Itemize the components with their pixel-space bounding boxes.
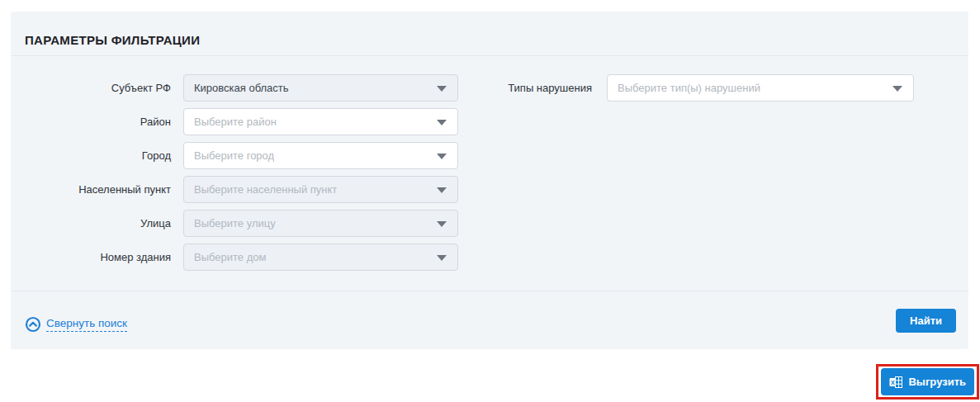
- street-placeholder: Выберите улицу: [194, 217, 276, 229]
- panel-title: ПАРАМЕТРЫ ФИЛЬТРАЦИИ: [25, 33, 200, 47]
- chevron-down-icon: [437, 154, 447, 159]
- building-number-placeholder: Выберите дом: [194, 251, 266, 263]
- chevron-down-icon: [892, 86, 902, 92]
- chevron-down-icon: [437, 255, 447, 261]
- city-label: Город: [11, 142, 171, 169]
- district-placeholder: Выберите район: [194, 116, 277, 128]
- chevron-down-icon: [437, 187, 447, 193]
- settlement-label: Населенный пункт: [11, 176, 171, 203]
- excel-icon: x: [889, 376, 903, 389]
- chevron-down-icon: [437, 221, 447, 227]
- district-select[interactable]: Выберите район: [183, 108, 458, 135]
- footer-divider: [11, 291, 968, 291]
- header-divider: [11, 55, 968, 56]
- violation-types-label: Типы нарушения: [427, 74, 592, 102]
- export-button[interactable]: x Выгрузить: [881, 368, 974, 395]
- export-highlight-box: x Выгрузить: [876, 364, 979, 400]
- violation-types-placeholder: Выберите тип(ы) нарушений: [618, 82, 760, 94]
- settlement-select[interactable]: Выберите населенный пункт: [183, 176, 458, 203]
- collapse-search-link[interactable]: Свернуть поиск: [25, 316, 127, 333]
- street-label: Улица: [11, 210, 171, 237]
- city-select[interactable]: Выберите город: [183, 142, 458, 169]
- city-placeholder: Выберите город: [194, 149, 274, 162]
- chevron-down-icon: [437, 120, 447, 125]
- filter-row-street: Улица Выберите улицу: [11, 210, 968, 237]
- export-button-label: Выгрузить: [908, 376, 966, 388]
- chevron-up-circle-icon: [25, 316, 41, 333]
- filter-row-settlement: Населенный пункт Выберите населенный пун…: [11, 176, 968, 203]
- district-label: Район: [11, 108, 171, 135]
- filter-panel: ПАРАМЕТРЫ ФИЛЬТРАЦИИ Субъект РФ Кировска…: [11, 12, 968, 349]
- filter-row-building: Номер здания Выберите дом: [11, 244, 968, 271]
- filter-row-city: Город Выберите город: [11, 142, 968, 169]
- violation-types-select[interactable]: Выберите тип(ы) нарушений: [607, 74, 914, 102]
- filter-row-violation-types: Типы нарушения Выберите тип(ы) нарушений: [11, 74, 968, 102]
- collapse-search-label: Свернуть поиск: [46, 317, 127, 332]
- building-number-label: Номер здания: [11, 244, 171, 271]
- find-button[interactable]: Найти: [896, 309, 956, 333]
- street-select[interactable]: Выберите улицу: [183, 210, 458, 237]
- settlement-placeholder: Выберите населенный пункт: [194, 183, 337, 196]
- svg-text:x: x: [891, 378, 895, 386]
- filter-row-district: Район Выберите район: [11, 108, 968, 135]
- building-number-select[interactable]: Выберите дом: [183, 244, 458, 271]
